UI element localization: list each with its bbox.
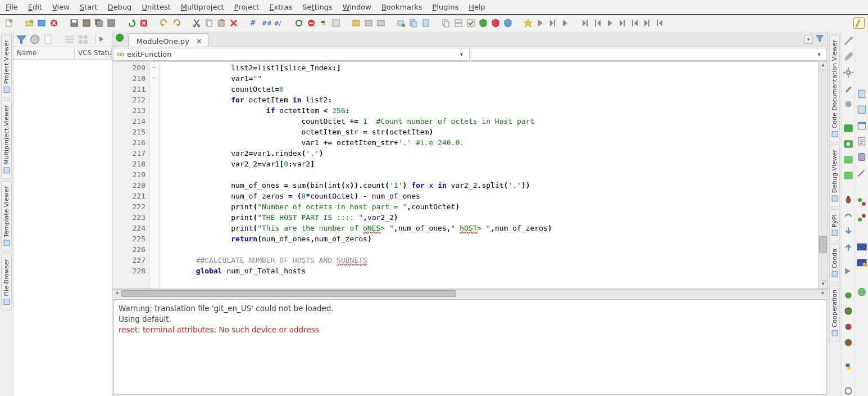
coverage-green-icon[interactable] [843,155,853,165]
left-tab-multiproject-viewer[interactable]: Multiproject-Viewer [1,100,12,179]
code-area[interactable]: list2=list1[slice_Index:] var1="" countO… [160,62,818,289]
profile-green-icon[interactable] [843,170,853,181]
grid-button[interactable] [78,34,89,45]
gear-icon[interactable] [843,68,853,78]
undo-arrow-button[interactable] [158,17,170,29]
right-tab-pypi[interactable]: PyPI [829,209,840,241]
step-into-icon[interactable] [843,226,853,236]
tool-2-button[interactable] [363,17,374,29]
terminal-blue-icon[interactable] [857,242,867,252]
nav-prev-button[interactable] [592,17,603,29]
menu-file[interactable]: File [6,3,18,11]
save-copy-button[interactable] [106,17,117,29]
menu-start[interactable]: Start [80,3,98,11]
filter-button[interactable] [16,34,27,45]
doc-single-button[interactable] [420,17,431,29]
right-tab-debug-viewer[interactable]: Debug-Viewer [829,145,840,207]
menu-project[interactable]: Project [234,3,260,11]
save-button[interactable] [69,17,80,29]
reload-button[interactable] [293,17,305,29]
scroll-thumb[interactable] [819,236,827,253]
fold-column[interactable]: –– [149,62,160,289]
horizontal-scrollbar[interactable]: ◂ ▸ [112,289,828,298]
breakpoint-4-icon[interactable] [843,338,853,348]
expand-button[interactable] [96,34,107,45]
menu-help[interactable]: Help [469,3,485,11]
terminal-2-icon[interactable] [857,258,867,268]
menu-debug[interactable]: Debug [108,3,132,11]
stream-comment-button[interactable]: #/ [273,17,284,29]
close-button[interactable] [48,17,60,29]
menu-plugins[interactable]: Plugins [433,3,459,11]
play-button[interactable] [560,17,571,29]
module-button[interactable] [330,17,342,29]
tool-3-button[interactable] [375,17,387,29]
play-2-button[interactable] [605,17,616,29]
stop-button[interactable] [138,17,149,29]
save-all-button[interactable] [93,17,104,29]
menu-bookmarks[interactable]: Bookmarks [381,3,422,11]
open-button[interactable] [24,17,35,29]
nav-next-button[interactable] [580,17,591,29]
menu-settings[interactable]: Settings [302,3,332,11]
doc-blue-icon[interactable] [857,89,867,99]
connect-2-icon[interactable] [857,213,867,223]
tab-list-dropdown[interactable]: ▾ [804,35,813,44]
redo-arrow-button[interactable] [171,17,182,29]
column-name[interactable]: Name [13,47,75,59]
column-vcs-status[interactable]: VCS Status [75,47,112,59]
list-blue-icon[interactable] [857,105,867,115]
output-console[interactable]: Warning: translation file 'git_en_US' co… [113,299,826,395]
left-tab-template-viewer[interactable]: Template-Viewer [1,181,12,251]
tool-1-button[interactable] [351,17,362,29]
copy-button[interactable] [203,17,215,29]
copy-doc-button[interactable] [440,17,452,29]
wand-icon[interactable] [843,36,853,46]
comment-button[interactable]: # [248,17,260,29]
list-button[interactable] [64,34,75,45]
doc-button[interactable] [43,34,54,45]
bug-icon[interactable] [843,195,853,205]
nav-skip-fwd-button[interactable] [547,17,558,29]
save-as-button[interactable] [81,17,92,29]
step-out-icon[interactable] [843,242,853,252]
pen-icon[interactable] [843,83,853,93]
accept-button[interactable] [465,17,476,29]
tasks-icon[interactable] [857,136,867,146]
globe-button[interactable] [29,34,40,45]
h-scroll-thumb[interactable] [121,290,456,297]
scroll-left-icon[interactable]: ◂ [112,290,121,298]
scroll-down-icon[interactable]: ▾ [819,280,828,289]
connect-green-icon[interactable] [857,197,867,207]
vertical-scrollbar[interactable]: ▴ ▾ [818,62,828,289]
add-box-button[interactable] [396,17,407,29]
menu-edit[interactable]: Edit [28,3,42,11]
breakpoint-3-icon[interactable] [843,322,853,332]
python-button[interactable] [318,17,329,29]
menu-extras[interactable]: Extras [269,3,292,11]
scope-combo[interactable]: exitFunction ▾ [113,48,470,61]
wand-2-icon[interactable] [857,168,867,178]
nav-next-3-button[interactable] [642,17,653,29]
play-green-icon[interactable] [843,123,853,133]
menu-multiproject[interactable]: Multiproject [181,3,224,11]
continue-icon[interactable] [843,266,853,276]
stack-doc-button[interactable] [453,17,464,29]
left-tab-file-browser[interactable]: File-Browser [1,254,12,310]
debug-green-icon[interactable] [843,139,853,149]
scroll-right-icon[interactable]: ▸ [819,290,828,298]
tab-module-one[interactable]: ModuleOne.py ✕ [128,33,208,47]
right-tab-conda[interactable]: Conda [829,244,840,282]
filter-tabs-button[interactable] [815,34,824,44]
uncomment-button[interactable]: ## [261,17,272,29]
nav-fwd-button[interactable] [535,17,546,29]
doc-stack-button[interactable] [408,17,419,29]
edit-icon[interactable] [843,52,853,62]
paste-button[interactable] [216,17,227,29]
menu-unittest[interactable]: Unittest [142,3,170,11]
left-tab-project-viewer[interactable]: Project-Viewer [1,35,12,98]
shield-red-button[interactable] [490,17,501,29]
gear-2-icon[interactable] [843,99,853,109]
code-editor[interactable]: 2092102112122132142152162172182192202212… [112,62,828,289]
cut-button[interactable] [191,17,202,29]
